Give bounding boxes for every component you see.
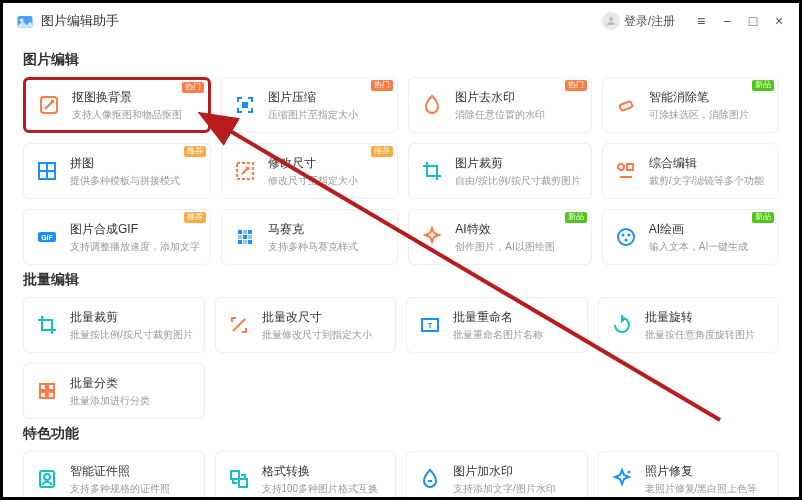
card-dewatermark[interactable]: 图片去水印消除任意位置的水印热门 <box>408 77 592 133</box>
svg-point-25 <box>627 234 630 237</box>
card-desc: 裁剪/文字/滤镜等多个功能 <box>649 174 765 188</box>
app-title: 图片编辑助手 <box>41 12 119 30</box>
grid-edit: 抠图换背景支持人像抠图和物品抠图热门图片压缩压缩图片至指定大小热门图片去水印消除… <box>23 77 779 265</box>
card-title: 图片压缩 <box>268 89 358 106</box>
card-gif[interactable]: GIF图片合成GIF支持调整播放速度，添加文字推荐 <box>23 209 211 265</box>
card-title: 马赛克 <box>268 221 358 238</box>
card-text: AI绘画输入文本，AI一键生成 <box>649 221 748 254</box>
card-text: 批量重命名批量重命名图片名称 <box>453 309 543 342</box>
card-title: 综合编辑 <box>649 155 765 172</box>
card-title: 图片合成GIF <box>70 221 200 238</box>
svg-rect-20 <box>238 240 242 244</box>
svg-rect-14 <box>238 230 242 234</box>
content-area: 图片编辑 抠图换背景支持人像抠图和物品抠图热门图片压缩压缩图片至指定大小热门图片… <box>3 39 799 500</box>
card-title: 图片去水印 <box>455 89 545 106</box>
card-text: 格式转换支持100多种图片格式互换 <box>262 463 379 496</box>
card-desc: 支持人像抠图和物品抠图 <box>72 108 182 122</box>
badge-new: 新品 <box>752 212 774 223</box>
card-batch-rotate[interactable]: 批量旋转批量按任意角度旋转图片 <box>598 297 780 353</box>
card-watermark[interactable]: 图片加水印支持添加文字/图片水印 <box>406 451 588 500</box>
section-title-special: 特色功能 <box>23 425 779 443</box>
svg-rect-19 <box>248 235 252 239</box>
titlebar-right: 登录/注册 ≡ − □ × <box>602 12 787 30</box>
card-title: 批量旋转 <box>645 309 755 326</box>
card-resize[interactable]: 修改尺寸修改尺寸至指定大小推荐 <box>221 143 398 199</box>
card-convert[interactable]: 格式转换支持100多种图片格式互换 <box>215 451 397 500</box>
badge-hot: 热门 <box>371 80 393 91</box>
compress-icon <box>232 92 258 118</box>
card-text: 综合编辑裁剪/文字/滤镜等多个功能 <box>649 155 765 188</box>
card-ai-effect[interactable]: AI特效创作图片，AI以图绘图新品 <box>408 209 592 265</box>
card-desc: 批量重命名图片名称 <box>453 328 543 342</box>
card-eraser[interactable]: 智能消除笔可涂抹选区，消除图片新品 <box>602 77 779 133</box>
card-title: 智能证件照 <box>70 463 170 480</box>
card-text: 图片加水印支持添加文字/图片水印 <box>453 463 556 496</box>
card-text: 拼图提供多种模板与拼接模式 <box>70 155 180 188</box>
card-text: 批量裁剪批量按比例/按尺寸裁剪图片 <box>70 309 193 342</box>
maximize-button[interactable]: □ <box>745 13 761 29</box>
svg-rect-31 <box>40 392 46 398</box>
section-title-edit: 图片编辑 <box>23 51 779 69</box>
id-photo-icon <box>34 466 60 492</box>
minimize-button[interactable]: − <box>719 13 735 29</box>
card-title: AI绘画 <box>649 221 748 238</box>
card-repair[interactable]: 照片修复老照片修复/黑白照上色等 <box>598 451 780 500</box>
card-batch-sort[interactable]: 批量分类批量添加进行分类 <box>23 363 205 419</box>
batch-rotate-icon <box>609 312 635 338</box>
card-text: 马赛克支持多种马赛克样式 <box>268 221 358 254</box>
card-batch-crop[interactable]: 批量裁剪批量按比例/按尺寸裁剪图片 <box>23 297 205 353</box>
card-title: 批量重命名 <box>453 309 543 326</box>
app-logo-icon <box>15 11 35 31</box>
card-text: 抠图换背景支持人像抠图和物品抠图 <box>72 89 182 122</box>
card-multiedit[interactable]: 综合编辑裁剪/文字/滤镜等多个功能 <box>602 143 779 199</box>
menu-button[interactable]: ≡ <box>693 13 709 29</box>
batch-crop-icon <box>34 312 60 338</box>
card-collage[interactable]: 拼图提供多种模板与拼接模式推荐 <box>23 143 211 199</box>
login-label: 登录/注册 <box>624 13 675 30</box>
svg-rect-22 <box>248 240 252 244</box>
card-text: 修改尺寸修改尺寸至指定大小 <box>268 155 358 188</box>
card-text: 照片修复老照片修复/黑白照上色等 <box>645 463 758 496</box>
card-desc: 修改尺寸至指定大小 <box>268 174 358 188</box>
card-batch-resize[interactable]: 批量改尺寸批量修改尺寸到指定大小 <box>215 297 397 353</box>
collage-icon <box>34 158 60 184</box>
card-cutout[interactable]: 抠图换背景支持人像抠图和物品抠图热门 <box>23 77 211 133</box>
badge-rec: 推荐 <box>371 146 393 157</box>
card-title: 照片修复 <box>645 463 758 480</box>
card-desc: 自由/按比例/按尺寸裁剪图片 <box>455 174 581 188</box>
badge-hot: 热门 <box>565 80 587 91</box>
card-text: 批量改尺寸批量修改尺寸到指定大小 <box>262 309 372 342</box>
card-title: 拼图 <box>70 155 180 172</box>
card-text: 图片合成GIF支持调整播放速度，添加文字 <box>70 221 200 254</box>
card-desc: 压缩图片至指定大小 <box>268 108 358 122</box>
window-controls: ≡ − □ × <box>693 13 787 29</box>
card-compress[interactable]: 图片压缩压缩图片至指定大小热门 <box>221 77 398 133</box>
svg-point-37 <box>627 471 630 474</box>
card-title: 图片裁剪 <box>455 155 581 172</box>
svg-rect-4 <box>242 102 248 108</box>
login-button[interactable]: 登录/注册 <box>602 12 675 30</box>
card-title: 批量分类 <box>70 375 150 392</box>
section-title-batch: 批量编辑 <box>23 271 779 289</box>
card-id-photo[interactable]: 智能证件照支持多种规格的证件照 <box>23 451 205 500</box>
card-batch-rename[interactable]: T批量重命名批量重命名图片名称 <box>406 297 588 353</box>
svg-text:T: T <box>428 321 433 330</box>
card-desc: 批量按任意角度旋转图片 <box>645 328 755 342</box>
badge-rec: 推荐 <box>184 146 206 157</box>
svg-rect-16 <box>248 230 252 234</box>
svg-rect-18 <box>243 235 247 239</box>
cutout-icon <box>36 92 62 118</box>
card-ai-draw[interactable]: AI绘画输入文本，AI一键生成新品 <box>602 209 779 265</box>
crop-icon <box>419 158 445 184</box>
card-mosaic[interactable]: 马赛克支持多种马赛克样式 <box>221 209 398 265</box>
badge-new: 新品 <box>565 212 587 223</box>
card-crop[interactable]: 图片裁剪自由/按比例/按尺寸裁剪图片 <box>408 143 592 199</box>
card-desc: 支持添加文字/图片水印 <box>453 482 556 496</box>
svg-point-24 <box>621 234 624 237</box>
multiedit-icon <box>613 158 639 184</box>
close-button[interactable]: × <box>771 13 787 29</box>
badge-hot: 热门 <box>182 82 204 93</box>
card-title: 批量改尺寸 <box>262 309 372 326</box>
eraser-icon <box>613 92 639 118</box>
svg-rect-5 <box>619 101 632 111</box>
